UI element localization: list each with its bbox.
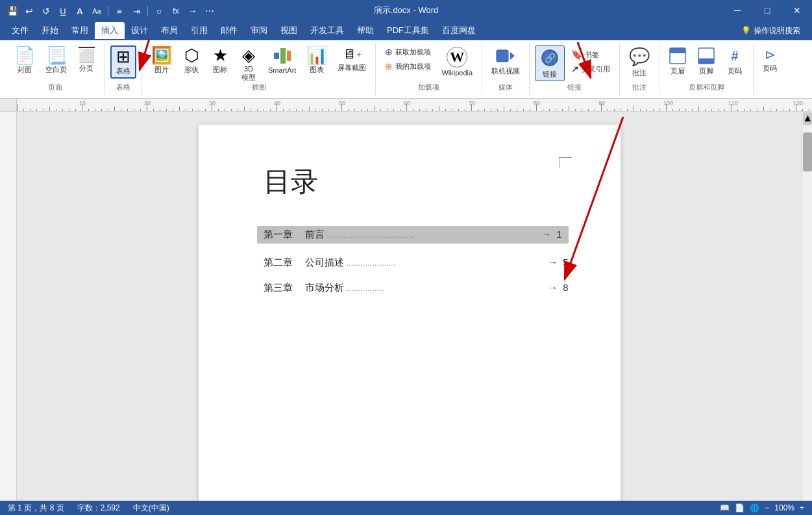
formula-button[interactable]: fx [169, 4, 183, 18]
extra-button[interactable]: ⊳ 页码 [759, 45, 781, 75]
ruler [0, 99, 812, 112]
blank-page-button[interactable]: 📃 空白页 [42, 45, 71, 76]
wikipedia-button[interactable]: W Wikipedia [437, 45, 476, 78]
close-button[interactable]: ✕ [782, 0, 812, 21]
ruler-main [17, 99, 812, 111]
zoom-plus-button[interactable]: + [800, 503, 804, 512]
quick-access-toolbar: 💾 ↩ ↺ U A Aa ≡ ⇥ ○ fx → ⋯ [5, 4, 217, 18]
icons-button[interactable]: ★ 图标 [207, 45, 233, 76]
word-count: 字数：2,592 [77, 503, 120, 514]
3dmodel-button[interactable]: ◈ 3D模型 [236, 45, 262, 84]
print-layout-icon[interactable]: 📄 [735, 503, 744, 512]
get-addins-button[interactable]: ⊕ 获取加载项 [381, 45, 435, 58]
scroll-thumb[interactable] [803, 132, 812, 171]
menu-pdf[interactable]: PDF工具集 [380, 22, 436, 39]
menu-review[interactable]: 审阅 [244, 22, 274, 39]
svg-rect-10 [698, 58, 714, 64]
document-title: 演示.docx - Word [374, 5, 438, 16]
cover-page-button[interactable]: 📄 封面 [10, 45, 39, 76]
toc-name-2: 公司描述 [305, 257, 344, 269]
my-addins-button[interactable]: ⊕ 我的加载项 [381, 60, 435, 73]
pages-group-label: 页面 [48, 82, 62, 92]
menu-design[interactable]: 设计 [125, 22, 154, 39]
toc-entry-1[interactable]: 第一章 前言 .................................… [257, 226, 569, 244]
svg-text:🔗: 🔗 [545, 53, 556, 64]
menu-bar: 文件 开始 常用 插入 设计 布局 引用 邮件 审阅 视图 开发工具 帮助 PD… [0, 21, 812, 40]
smartart-button[interactable]: SmartArt [264, 45, 300, 75]
video-icon [495, 47, 516, 65]
scroll-up-button[interactable]: ▲ [803, 112, 812, 125]
page-break-icon: ⬜ [79, 47, 95, 62]
toc-dots-1: ..................................... [327, 230, 539, 240]
page-number-icon: # [726, 47, 744, 65]
svg-rect-2 [287, 51, 291, 61]
media-group-label: 媒体 [498, 82, 513, 92]
bullets-button[interactable]: ≡ [112, 4, 127, 18]
toc-dots-3: ................ [347, 283, 546, 293]
left-ruler [0, 112, 17, 514]
read-mode-icon[interactable]: 📖 [720, 503, 730, 512]
ribbon-group-comments: 💬 批注 批注 [620, 43, 659, 95]
menu-layout[interactable]: 布局 [154, 22, 184, 39]
video-button[interactable]: 联机视频 [487, 45, 524, 77]
aa-button[interactable]: Aa [90, 4, 104, 18]
menu-help[interactable]: 帮助 [351, 22, 380, 39]
chart-button[interactable]: 📊 图表 [302, 45, 331, 76]
arrow-button[interactable]: → [186, 4, 200, 18]
redo-button[interactable]: ↺ [39, 4, 53, 18]
header-button[interactable]: 页眉 [665, 45, 691, 77]
menu-insert[interactable]: 插入 [95, 22, 125, 39]
comment-icon: 💬 [629, 47, 650, 67]
web-layout-icon[interactable]: 🌐 [750, 503, 759, 512]
menu-mailings[interactable]: 邮件 [214, 22, 244, 39]
view-controls: 📖 📄 🌐 − 100% + [720, 503, 804, 512]
toc-arrow-2: → [548, 257, 558, 268]
menu-home[interactable]: 开始 [35, 22, 65, 39]
ribbon: 📄 封面 📃 空白页 ⬜ 分页 页面 ⊞ 表格 表格 🖼️ [0, 40, 812, 99]
footer-button[interactable]: 页脚 [693, 45, 719, 77]
undo-button[interactable]: ↩ [22, 4, 36, 18]
get-addins-icon: ⊕ [385, 47, 393, 57]
maximize-button[interactable]: □ [752, 0, 782, 21]
circle-button[interactable]: ○ [152, 4, 166, 18]
table-icon: ⊞ [116, 48, 130, 65]
lightbulb-icon: 💡 [741, 26, 751, 35]
font-button[interactable]: A [73, 4, 87, 18]
header-icon [669, 47, 687, 65]
toc-entries: 第一章 前言 .................................… [264, 226, 569, 294]
screenshot-button[interactable]: 🖥 + 屏幕截图 [334, 45, 370, 74]
toc-chapter-3: 第三章 [264, 282, 302, 294]
menu-baidu[interactable]: 百度网盘 [436, 22, 482, 39]
save-button[interactable]: 💾 [5, 4, 19, 18]
menu-file[interactable]: 文件 [5, 22, 35, 39]
search-help-button[interactable]: 💡 操作说明搜索 [735, 23, 807, 39]
page-number-button[interactable]: # 页码 [722, 45, 748, 77]
page-break-button[interactable]: ⬜ 分页 [73, 45, 99, 75]
vertical-scrollbar[interactable]: ▲ ▼ [802, 112, 812, 514]
footer-icon [697, 47, 715, 65]
zoom-minus-button[interactable]: − [765, 503, 769, 512]
bookmark-button[interactable]: 🔖 书签 [567, 48, 614, 61]
comment-button[interactable]: 💬 批注 [625, 45, 654, 79]
link-button[interactable]: 🔗 链接 [535, 45, 565, 81]
toc-arrow-1: → [541, 229, 551, 240]
wikipedia-icon: W [447, 47, 467, 68]
title-bar: 💾 ↩ ↺ U A Aa ≡ ⇥ ○ fx → ⋯ 演示.docx - Word… [0, 0, 812, 21]
shapes-button[interactable]: ⬡ 形状 [178, 45, 204, 76]
image-button[interactable]: 🖼️ 图片 [147, 45, 176, 76]
underline-button[interactable]: U [56, 4, 70, 18]
crossref-button[interactable]: ↗ 交叉引用 [567, 62, 614, 75]
ruler-corner [0, 99, 17, 111]
indent-button[interactable]: ⇥ [129, 4, 143, 18]
table-button[interactable]: ⊞ 表格 [110, 45, 136, 79]
minimize-button[interactable]: ─ [722, 0, 752, 21]
page-cursor-marker [559, 157, 572, 168]
menu-references[interactable]: 引用 [184, 22, 214, 39]
menu-developer[interactable]: 开发工具 [304, 22, 351, 39]
document-canvas[interactable]: 目录 第一章 前言 ..............................… [17, 112, 802, 514]
menu-common[interactable]: 常用 [65, 22, 95, 39]
menu-view[interactable]: 视图 [274, 22, 304, 39]
more-qa-button[interactable]: ⋯ [203, 4, 217, 18]
toc-entry-2[interactable]: 第二章 公司描述 ..................... → 5 [264, 257, 569, 269]
toc-entry-3[interactable]: 第三章 市场分析 ................ → 8 [264, 282, 569, 294]
